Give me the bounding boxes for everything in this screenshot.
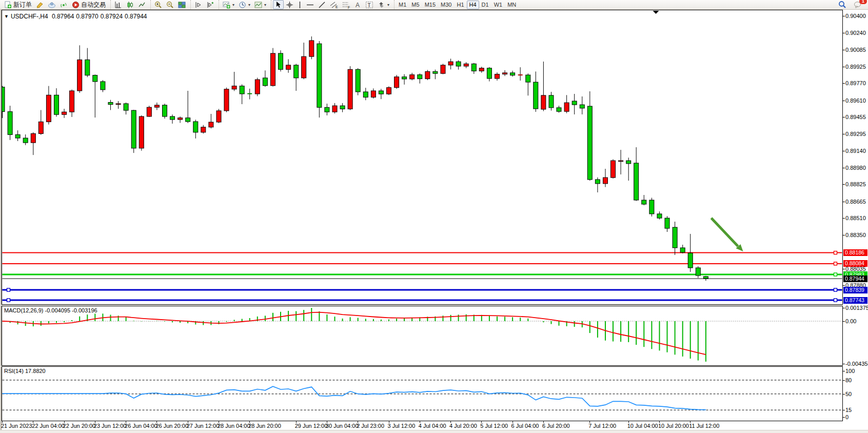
text-tool-button[interactable]: A [352,0,363,9]
auto-scroll-button[interactable] [204,0,216,9]
timeframe-button-m30[interactable]: M30 [438,1,454,9]
price-tick-label: 0.89770 [845,81,866,86]
arrows-tool-button[interactable]: ▾ [376,0,391,9]
timeframe-button-mn[interactable]: MN [505,1,519,9]
price-tick-label: 0.89140 [845,148,866,154]
horizontal-line-0.87983[interactable] [3,273,842,276]
rsi-tick-label: 15 [845,407,852,413]
down-arrow-annotation[interactable] [712,218,743,251]
chart-shift-marker-icon[interactable] [653,11,659,14]
crosshair-tool-button[interactable] [284,0,295,9]
templates-button[interactable]: ▾ [252,0,268,9]
line-chart-icon [138,1,146,9]
zoom-in-button[interactable] [152,0,164,9]
new-order-label: 新订单 [13,1,32,9]
channel-tool-button[interactable]: E [328,0,340,9]
styler-button[interactable] [34,0,46,9]
hline-tool-button[interactable] [304,0,316,9]
svg-text:A: A [356,2,360,8]
price-tick-mark [843,33,845,33]
crosshair-icon [286,1,293,9]
price-line-badge: 0.87839 [843,287,867,293]
main-chart-pane [2,10,843,305]
timeframe-button-m1[interactable]: M1 [396,1,409,9]
horizontal-line-0.87839[interactable] [3,288,842,291]
fibonacci-tool-button[interactable]: F [340,0,352,9]
ohlc-close: 0.87944 [125,13,147,20]
candlestick-icon [126,1,134,9]
fibonacci-icon: F [342,1,350,9]
chart-shift-button[interactable] [192,0,204,9]
timeframe-button-m15[interactable]: M15 [422,1,438,9]
timeframe-button-h4[interactable]: H4 [467,1,479,9]
price-line-badge: 0.88186 [843,249,867,256]
main-chart-canvas[interactable] [2,10,842,304]
price-tick-label: 0.88980 [845,165,866,171]
price-tick-mark [843,218,845,219]
indicators-button[interactable]: ▾ [221,0,236,9]
price-tick-mark [843,83,845,84]
line-handle[interactable] [834,288,837,291]
timeframe-button-w1[interactable]: W1 [491,1,505,9]
autotrade-button[interactable]: 自动交易 [70,0,108,9]
horizontal-line-0.88084[interactable] [3,262,842,265]
cloud-user-icon [48,1,56,9]
line-handle[interactable] [834,273,837,276]
time-tick-label: 6 Jul 04:00 [511,423,539,429]
vline-tool-button[interactable] [295,0,304,9]
time-tick-label: 21 Jun 2023 [1,423,32,429]
cursor-tool-button[interactable] [273,0,284,9]
timeframe-group: M1M5M15M30H1H4D1W1MN [394,0,520,9]
line-handle[interactable] [7,299,10,302]
search-button[interactable] [836,0,849,9]
new-order-button[interactable]: 新订单 [2,0,34,9]
community-button[interactable] [46,0,58,9]
rsi-pane [2,366,843,421]
signal-icon [60,1,68,9]
line-handle[interactable] [834,262,837,265]
time-tick-label: 23 Jun 12:00 [94,423,127,429]
zoom-out-button[interactable] [164,0,176,9]
tile-windows-button[interactable] [176,0,188,9]
macd-name: MACD(12,26,9) [4,307,43,313]
price-tick-label: 0.89610 [845,98,866,104]
timeframe-button-d1[interactable]: D1 [479,1,491,9]
timeframe-button-m5[interactable]: M5 [409,1,422,9]
text-label-tool-button[interactable]: T [363,0,376,9]
rsi-tick-label: 0 [845,415,849,420]
line-chart-type-button[interactable] [136,0,148,9]
line-handle[interactable] [7,288,10,291]
signals-button[interactable] [58,0,70,9]
time-tick-label: 26 Jun 20:00 [155,423,188,429]
candlestick-type-button[interactable] [124,0,136,9]
price-tick-mark [843,50,845,50]
time-tick-label: 29 Jun 12:00 [295,423,328,429]
bid-price-badge: 0.87944 [843,275,867,282]
time-tick-label: 11 Jul 12:00 [689,423,719,429]
text-icon: A [354,1,361,8]
time-tick-label: 26 Jun 04:00 [125,423,157,429]
equidistant-channel-icon: E [330,1,338,9]
horizontal-line-0.88186[interactable] [3,251,842,254]
horizontal-line-icon [306,3,314,7]
rsi-tick-label: 100 [845,368,855,374]
auto-scroll-icon [206,1,214,9]
add-indicator-icon [223,1,230,9]
macd-canvas[interactable] [2,306,842,365]
bar-chart-type-button[interactable] [112,0,124,9]
line-handle[interactable] [834,251,837,254]
rsi-tick-label: 80 [845,378,852,383]
collapse-chart-icon[interactable]: ▼ [4,14,9,19]
macd-tick-label: -0.004356 [845,361,868,367]
timeframe-button-h1[interactable]: H1 [454,1,466,9]
rsi-canvas[interactable] [2,367,842,421]
horizontal-line-0.87743[interactable] [3,299,842,302]
vertical-line-icon [298,1,302,9]
line-handle[interactable] [834,299,837,302]
macd-values: -0.004095 -0.003196 [45,307,97,313]
ohlc-header: ▼USDCHF-,H4 0.879640.879700.879240.87944 [4,13,149,20]
trendline-tool-button[interactable] [316,0,328,9]
periods-button[interactable]: ▾ [236,0,252,9]
time-tick-label: 22 Jun 04:00 [32,423,65,429]
notifications-button[interactable]: 1 [852,0,864,9]
